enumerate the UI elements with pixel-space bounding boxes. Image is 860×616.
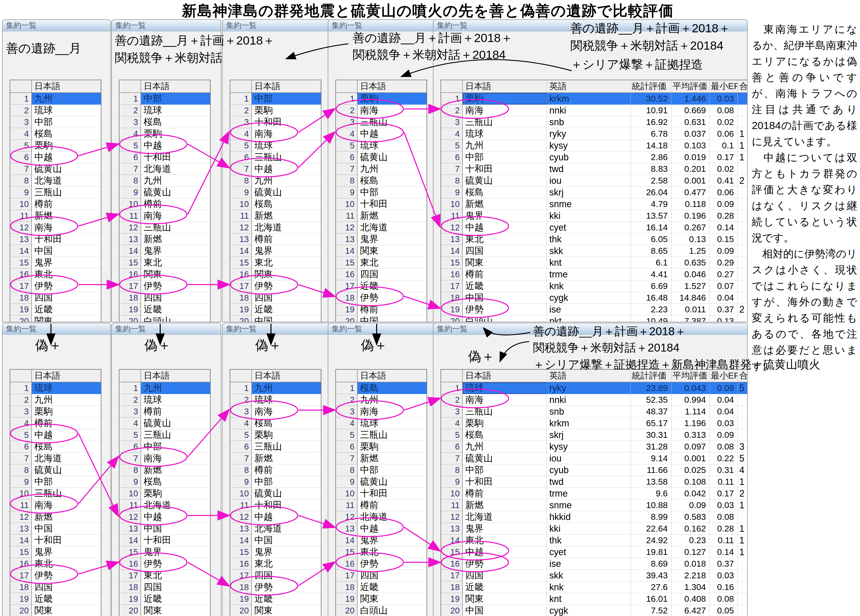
table-row[interactable]: 1琉球 (10, 382, 101, 394)
cell-en[interactable]: snb (547, 116, 631, 128)
table-row[interactable]: 14鬼界 (119, 245, 210, 257)
cell-japanese[interactable]: 琉球 (463, 128, 547, 140)
table-row[interactable]: 12中越 (119, 511, 210, 523)
table-row[interactable]: 5九州kysy14.180.1030.11 (441, 140, 748, 152)
cell-japanese[interactable]: 硫黄山 (252, 488, 321, 499)
table-row[interactable]: 7新燃 (230, 453, 321, 464)
cell-en[interactable]: nnki (547, 105, 631, 116)
cell-japanese[interactable]: 硫黄山 (141, 187, 210, 198)
cell-stat[interactable]: 4.41 (631, 268, 672, 280)
cell-avg[interactable]: 0.001 (672, 175, 710, 187)
table-row[interactable]: 13中越 (336, 523, 427, 534)
cell-japanese[interactable]: 硫黄山 (463, 175, 547, 187)
cell-minep[interactable]: 0.03 (710, 570, 738, 582)
cell-japanese[interactable]: 伊勢 (141, 558, 210, 570)
table-row[interactable]: 5栗駒 (10, 140, 101, 152)
table-row[interactable]: 5琉球 (336, 140, 427, 152)
cell-japanese[interactable]: 中国 (358, 315, 427, 322)
cell-japanese[interactable]: 栗駒 (463, 417, 547, 429)
cell-japanese[interactable]: 中国 (463, 292, 547, 304)
column-header-japanese[interactable]: 日本語 (463, 80, 547, 92)
cell-avg[interactable]: 0.127 (672, 546, 710, 558)
cell-japanese[interactable]: 三瓶山 (252, 441, 321, 453)
table-row[interactable]: 8樽前 (230, 464, 321, 476)
column-header-stat[interactable]: 統計評価 (631, 80, 672, 92)
table-row[interactable]: 13北海道 (230, 523, 321, 534)
table-row[interactable]: 6硫黄山 (336, 152, 427, 163)
cell-japanese[interactable]: 樽前 (252, 234, 321, 245)
cell-japanese[interactable]: 近畿 (32, 304, 101, 315)
cell-en[interactable]: cygk (547, 292, 631, 304)
cell-japanese[interactable]: 鬼界 (32, 257, 101, 268)
cell-japanese[interactable]: 桜島 (32, 441, 101, 453)
table-row[interactable]: 20関東 (230, 605, 321, 616)
table-row[interactable]: 1九州 (230, 382, 321, 394)
table-row[interactable]: 1栗駒 (336, 93, 427, 105)
cell-japanese[interactable]: 十和田 (358, 488, 427, 499)
cell-total[interactable] (738, 605, 748, 616)
table-row[interactable]: 1琉球ryky23.890.0430.095 (441, 382, 748, 394)
cell-avg[interactable]: 0.042 (672, 488, 710, 499)
table-row[interactable]: 6栗駒 (336, 441, 427, 453)
cell-japanese[interactable]: 中越 (358, 523, 427, 534)
table-row[interactable]: 4中越 (336, 128, 427, 140)
cell-total[interactable] (738, 429, 748, 441)
cell-en[interactable]: cyub (547, 152, 631, 163)
cell-japanese[interactable]: 鬼界 (141, 546, 210, 558)
cell-stat[interactable]: 16.14 (631, 222, 672, 234)
cell-minep[interactable]: 0.03 (710, 93, 738, 105)
table-row[interactable]: 1中部 (119, 93, 210, 105)
cell-japanese[interactable]: 三瓶山 (141, 222, 210, 234)
table-row[interactable]: 11樽前 (336, 499, 427, 511)
cell-japanese[interactable]: 中部 (252, 93, 321, 105)
cell-minep[interactable]: 0.08 (710, 105, 738, 116)
table-row[interactable]: 10十和田 (336, 198, 427, 210)
cell-avg[interactable]: 0.011 (672, 304, 710, 315)
cell-minep[interactable]: 0.08 (710, 441, 738, 453)
cell-japanese[interactable]: 琉球 (141, 105, 210, 116)
table-row[interactable]: 4琉球 (336, 417, 427, 429)
cell-minep[interactable]: 0.28 (710, 523, 738, 534)
table-row[interactable]: 13新燃 (119, 234, 210, 245)
cell-en[interactable]: nnki (547, 394, 631, 406)
cell-japanese[interactable]: 四国 (463, 570, 547, 582)
table-row[interactable]: 1桜島 (336, 382, 427, 394)
cell-japanese[interactable]: 三瓶山 (358, 429, 427, 441)
cell-japanese[interactable]: 南海 (32, 499, 101, 511)
cell-japanese[interactable]: 十和田 (252, 116, 321, 128)
table-row[interactable]: 14十和田 (119, 534, 210, 546)
table-row[interactable]: 8硫黄山iou2.580.0010.412 (441, 175, 748, 187)
cell-avg[interactable]: 1.304 (672, 582, 710, 593)
cell-stat[interactable]: 10.91 (631, 105, 672, 116)
cell-japanese[interactable]: 伊勢 (358, 558, 427, 570)
cell-minep[interactable]: 0.09 (710, 245, 738, 257)
column-header-japanese[interactable]: 日本語 (358, 370, 427, 382)
cell-japanese[interactable]: 樽前 (358, 499, 427, 511)
cell-stat[interactable]: 9.6 (631, 488, 672, 499)
table-row[interactable]: 8新燃 (119, 464, 210, 476)
table-row[interactable]: 17近畿knk6.691.5270.07 (441, 280, 748, 292)
cell-minep[interactable]: 0.03 (710, 499, 738, 511)
cell-en[interactable]: snme (547, 198, 631, 210)
cell-minep[interactable]: 0.03 (710, 417, 738, 429)
cell-stat[interactable]: 8.99 (631, 511, 672, 523)
cell-avg[interactable]: 1.527 (672, 280, 710, 292)
table-row[interactable]: 5桜島skrj30.310.3130.09 (441, 429, 748, 441)
cell-japanese[interactable]: 中部 (463, 152, 547, 163)
cell-japanese[interactable]: 樽前 (252, 464, 321, 476)
cell-stat[interactable]: 24.92 (631, 534, 672, 546)
table-row[interactable]: 16関東 (119, 268, 210, 280)
table-row[interactable]: 2琉球 (119, 394, 210, 406)
cell-japanese[interactable]: 関東 (358, 245, 427, 257)
table-row[interactable]: 20関東 (119, 605, 210, 616)
cell-japanese[interactable]: 桜島 (463, 429, 547, 441)
table-row[interactable]: 8桜島 (336, 175, 427, 187)
cell-japanese[interactable]: 白頭山 (358, 605, 427, 616)
table-row[interactable]: 1中部 (230, 93, 321, 105)
table-row[interactable]: 4桜島 (10, 128, 101, 140)
cell-japanese[interactable]: 桜島 (141, 116, 210, 128)
cell-japanese[interactable]: 北海道 (252, 222, 321, 234)
cell-japanese[interactable]: 中越 (463, 222, 547, 234)
cell-en[interactable]: krkm (547, 417, 631, 429)
table-row[interactable]: 12北海道 (336, 511, 427, 523)
